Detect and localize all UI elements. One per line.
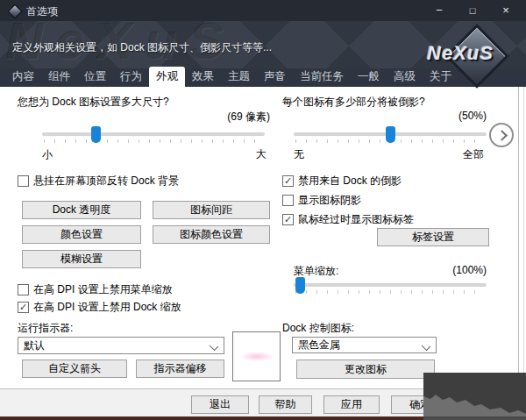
dock-control-icons-label: Dock 控制图标: xyxy=(282,321,354,336)
icon-size-value: (69 像素) xyxy=(158,110,270,125)
icon-color-settings-button[interactable]: 图标颜色设置 xyxy=(153,225,270,244)
slider-track[interactable] xyxy=(42,132,265,136)
running-indicator-label: 运行指示器: xyxy=(18,321,73,336)
hover-labels-checkbox[interactable]: 鼠标经过时显示图标标签 xyxy=(282,212,414,227)
reflection-question: 每个图标有多少部分将被倒影? xyxy=(282,95,425,110)
checkbox-icon[interactable] xyxy=(282,175,294,187)
blur-settings-button[interactable]: 模糊设置 xyxy=(22,250,141,268)
window-title: 首选项 xyxy=(26,4,58,19)
next-page-button[interactable] xyxy=(489,123,514,147)
panel-right-border-outer xyxy=(523,87,524,388)
icon-size-slider-thumb[interactable] xyxy=(91,126,101,143)
icon-size-max-label: 大 xyxy=(256,147,267,162)
tab-description: 定义外观相关设置，如 Dock 图标尺寸、倒影尺寸等等... xyxy=(12,40,272,55)
menu-scale-slider[interactable] xyxy=(294,276,487,295)
disable-reflection-checkbox[interactable]: 禁用来自 Dock 的倒影 xyxy=(282,174,402,189)
color-settings-button[interactable]: 颜色设置 xyxy=(22,225,141,244)
reflection-min-label: 无 xyxy=(294,147,304,162)
checkbox-icon[interactable] xyxy=(18,302,29,313)
control-icons-dropdown[interactable]: 黑色金属 xyxy=(292,337,437,353)
preferences-window: 首选项 − □ × NeXuS 定义外观相关设置，如 Dock 图标尺寸、倒影尺… xyxy=(0,0,526,420)
tab-contents[interactable]: 内容 xyxy=(5,67,41,87)
appearance-panel: 您想为 Dock 图标设置多大尺寸? (69 像素) 小 大 每个图标有多少部分… xyxy=(0,87,526,388)
tab-general[interactable]: 一般 xyxy=(351,67,387,87)
chevron-right-icon xyxy=(496,130,508,141)
tab-effects[interactable]: 效果 xyxy=(185,67,221,87)
exit-button[interactable]: 退出 xyxy=(191,395,249,414)
app-diamond-icon xyxy=(8,4,23,19)
apply-button[interactable]: 应用 xyxy=(323,395,380,414)
help-button[interactable]: 帮助 xyxy=(259,395,312,414)
icon-spacing-button[interactable]: 图标间距 xyxy=(153,201,270,219)
tab-position[interactable]: 位置 xyxy=(77,67,113,87)
tab-tasks[interactable]: 当前任务 xyxy=(293,67,351,87)
checkbox-icon[interactable] xyxy=(18,175,29,187)
panel-right-border xyxy=(518,87,519,388)
reflection-slider-thumb[interactable] xyxy=(386,126,395,143)
tab-sounds[interactable]: 声音 xyxy=(257,67,293,87)
overlapping-window-fragment xyxy=(423,373,526,420)
change-icon-button[interactable]: 更改图标 xyxy=(296,359,435,379)
menu-scale-value: (100%) xyxy=(386,264,487,276)
slider-ticks xyxy=(44,139,263,143)
tab-themes[interactable]: 主题 xyxy=(221,67,257,87)
chevron-down-icon xyxy=(422,342,430,351)
waveform-silhouette xyxy=(423,373,526,420)
disable-menu-scaling-checkbox[interactable]: 在高 DPI 设置上禁用菜单缩放 xyxy=(18,282,173,297)
titlebar[interactable]: 首选项 − □ × xyxy=(0,0,526,21)
icon-size-question: 您想为 Dock 图标设置多大尺寸? xyxy=(18,95,169,110)
custom-arrow-button[interactable]: 自定义箭头 xyxy=(22,359,127,378)
disable-dock-scaling-checkbox[interactable]: 在高 DPI 设置上禁用 Dock 缩放 xyxy=(18,300,181,315)
maximize-button[interactable]: □ xyxy=(460,3,485,18)
nexus-logo: NeXuS xyxy=(400,26,521,84)
checkbox-icon[interactable] xyxy=(18,284,29,295)
slider-track[interactable] xyxy=(294,283,487,287)
icon-size-min-label: 小 xyxy=(42,147,53,162)
minimize-button[interactable]: − xyxy=(427,3,451,18)
running-indicator-dropdown[interactable]: 默认 xyxy=(18,337,224,354)
icon-shadow-checkbox[interactable]: 显示图标阴影 xyxy=(282,193,361,208)
reflection-max-label: 全部 xyxy=(463,147,484,162)
slider-ticks xyxy=(295,290,485,294)
reflection-value: (50%) xyxy=(386,110,487,122)
invert-dock-background-checkbox[interactable]: 悬挂在屏幕顶部反转 Dock 背景 xyxy=(18,174,179,189)
menu-scale-slider-thumb[interactable] xyxy=(295,277,305,294)
tab-behavior[interactable]: 行为 xyxy=(113,67,149,87)
checkbox-icon[interactable] xyxy=(282,195,294,206)
indicator-preview-box xyxy=(232,331,281,381)
indicator-preview-glow xyxy=(239,352,274,361)
checkbox-icon[interactable] xyxy=(282,214,294,225)
close-button[interactable]: × xyxy=(494,3,518,18)
chevron-down-icon xyxy=(210,342,218,351)
reflection-slider[interactable] xyxy=(294,125,487,145)
icon-size-slider[interactable] xyxy=(42,125,265,145)
tab-modules[interactable]: 组件 xyxy=(41,67,77,87)
label-settings-button[interactable]: 标签设置 xyxy=(377,228,489,246)
tab-appearance[interactable]: 外观 xyxy=(149,67,185,87)
indicator-offset-button[interactable]: 指示器偏移 xyxy=(136,359,224,378)
dock-transparency-button[interactable]: Dock 透明度 xyxy=(22,201,141,219)
